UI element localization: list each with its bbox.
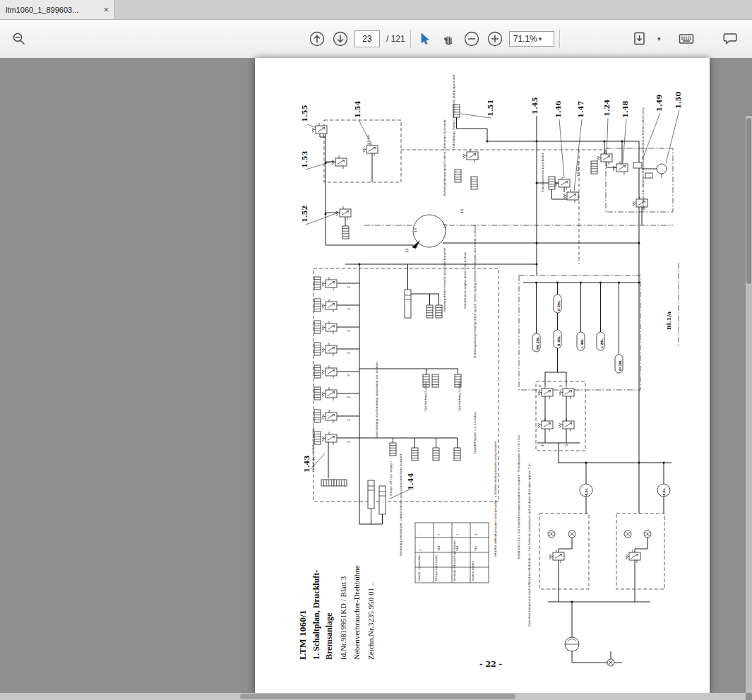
document-tab[interactable]: ltm1060_1_899603... × — [0, 0, 115, 19]
svg-text:Anschluss zum Anhänger-Steuerv: Anschluss zum Anhänger-Steuerventil conn… — [641, 107, 645, 210]
svg-text:2: 2 — [346, 308, 350, 310]
svg-text:Y63: Y63 — [455, 545, 459, 552]
callout-label: 1.49 — [655, 95, 663, 112]
svg-text:II 29L: II 29L — [557, 301, 561, 311]
svg-text:Motorbremse engine brake frein: Motorbremse engine brake frein moteur — [463, 251, 467, 309]
svg-text:13: 13 — [405, 249, 409, 253]
callout-label: 1.50 — [674, 92, 682, 109]
svg-text:Bremsanlage: Bremsanlage — [324, 612, 334, 660]
svg-text:Y62: Y62 — [474, 545, 477, 552]
vertical-scrollbar-thumb[interactable] — [746, 118, 751, 284]
callout-label: 1.48 — [621, 101, 629, 118]
tab-close-icon[interactable]: × — [103, 5, 109, 14]
next-page-button[interactable] — [331, 30, 350, 48]
svg-text:3: 3 — [474, 533, 477, 535]
svg-text:15: 15 — [443, 224, 447, 228]
svg-text:Neutral neutre: Neutral neutre — [471, 560, 475, 581]
bank-port-labels: 2 2 2 2 2 2 2 2 — [346, 286, 350, 443]
callout-label: 1.51 — [487, 100, 494, 117]
callout-label: 1.47 — [577, 101, 585, 118]
svg-text:4,5L: 4,5L — [585, 488, 588, 496]
page-number-input[interactable] — [354, 30, 380, 47]
zoom-level-dropdown[interactable]: 71.1% ▾ — [509, 31, 554, 47]
cursor-arrow-icon — [422, 33, 429, 45]
svg-text:2: 2 — [346, 286, 350, 288]
comment-bubble-icon — [724, 34, 736, 44]
previous-page-button[interactable] — [308, 30, 326, 48]
tab-bar: ltm1060_1_899603... × — [0, 0, 752, 20]
svg-text:L 29L: L 29L — [600, 338, 604, 348]
svg-text:X: X — [419, 549, 422, 551]
pdf-page[interactable]: Anschl. connection Strasse road route Ge… — [255, 58, 710, 693]
svg-text:2: 2 — [346, 352, 350, 354]
svg-text:NV 29L: NV 29L — [536, 337, 539, 350]
drawing-title: LTM 1060/1 — [297, 610, 308, 660]
svg-text:Zeichn.Nr.3235 950 01 ..: Zeichn.Nr.3235 950 01 .. — [366, 581, 375, 660]
plus-circle-icon — [488, 32, 501, 46]
document-tab-title: ltm1060_1_899603... — [6, 6, 99, 14]
callout-label: 1.55 — [301, 105, 309, 122]
svg-text:Zuschaltung 2-Achse: Zuschaltung 2-Achse — [424, 381, 427, 411]
comment-panel-button[interactable] — [721, 30, 739, 48]
svg-text:Hinterachse Entlüftg. 3,4-Achs: Hinterachse Entlüftg. 3,4-Achse — [311, 427, 315, 472]
svg-text:Id.Nr.9819951KD / Blatt 3: Id.Nr.9819951KD / Blatt 3 — [339, 576, 347, 660]
hand-tool-button[interactable] — [439, 30, 458, 48]
callout-label: 1.43 — [303, 456, 311, 473]
callout-label: 1.24 — [603, 100, 611, 117]
svg-text:Verteilergetriebe transfer gea: Verteilergetriebe transfer gear boite tr… — [443, 247, 446, 312]
keyboard-icon — [679, 35, 693, 43]
title-block: LTM 1060/1 1. Schaltplan, Druckluft- Bre… — [297, 565, 375, 660]
page-display-dropdown[interactable] — [633, 30, 651, 48]
svg-text:II 40L: II 40L — [557, 336, 561, 346]
horizontal-scrollbar-thumb[interactable] — [240, 694, 515, 699]
toolbar-separator — [559, 30, 560, 48]
zoom-in-button[interactable] — [486, 30, 504, 48]
svg-text:Pumpe DM (Zyl. abgepl.): Pumpe DM (Zyl. abgepl.) — [389, 461, 393, 496]
document-viewport[interactable]: Anschl. connection Strasse road route Ge… — [0, 58, 752, 700]
marquee-zoom-tool-button[interactable] — [10, 30, 28, 48]
svg-text:Restdruck 0,5-0,2 bar braking: Restdruck 0,5-0,2 bar braking pressure p… — [517, 434, 520, 559]
horizontal-scrollbar[interactable] — [0, 693, 746, 700]
hand-icon — [444, 37, 450, 45]
svg-text:4,5L: 4,5L — [662, 488, 666, 496]
svg-text:2: 2 — [437, 533, 441, 535]
arrow-up-circle-icon — [311, 32, 324, 46]
svg-text:III 29L: III 29L — [619, 360, 622, 371]
svg-text:Querdiff.Sperre 1,2,3,4-Achse: Querdiff.Sperre 1,2,3,4-Achse — [473, 411, 477, 453]
svg-text:1: 1 — [455, 533, 459, 535]
toolbar: / 121 — [0, 20, 752, 59]
touch-keyboard-button[interactable] — [677, 30, 696, 48]
flow-arrow-icon — [412, 240, 420, 249]
schematic-drawing: Anschl. connection Strasse road route Ge… — [255, 58, 710, 693]
sheet-page-number: - 22 - — [479, 660, 502, 669]
minus-circle-icon — [465, 32, 478, 46]
callout-label: 1.53 — [301, 151, 309, 168]
svg-text:5,5 bar: 5,5 bar — [366, 134, 370, 145]
svg-text:Motorregulierung Federspeicher: Motorregulierung Federspeicher speed con… — [473, 225, 477, 358]
svg-text:Rohrfederung (Gasfederung) sus: Rohrfederung (Gasfederung) suspension (e… — [375, 361, 378, 438]
svg-text:Anschl. connection: Anschl. connection — [417, 554, 421, 581]
svg-text:1. Schaltplan, Druckluft-: 1. Schaltplan, Druckluft- — [311, 570, 321, 660]
zoom-out-button[interactable] — [462, 30, 481, 48]
select-tool-button[interactable] — [416, 30, 434, 48]
arrow-down-circle-icon — [334, 32, 347, 46]
svg-text:–: – — [419, 534, 422, 535]
svg-text:14: 14 — [413, 228, 417, 232]
svg-text:– Entlüftet without pressure s: – Entlüftet without pressure sans pressi… — [494, 441, 497, 559]
svg-text:1: 1 — [540, 444, 544, 446]
svg-text:L 40L: L 40L — [580, 338, 584, 348]
zoom-level-value: 71.1% — [513, 34, 537, 44]
svg-text:Y64: Y64 — [437, 545, 441, 552]
svg-text:2: 2 — [346, 441, 350, 443]
gear-table: Anschl. connection Strasse road route Ge… — [415, 523, 489, 583]
callout-labels: 1.55 1.54 1.53 1.52 1.51 1.45 1.46 1.47 … — [301, 92, 682, 490]
svg-text:2: 2 — [346, 374, 350, 376]
svg-text:Zwischen Kompressor und Lufttr: Zwischen Kompressor und Lufttrockner Sta… — [527, 463, 531, 627]
chevron-down-icon[interactable]: ▾ — [657, 35, 661, 42]
svg-text:Schaltsperre im Umschalter: Schaltsperre im Umschalter — [541, 153, 544, 192]
chevron-down-icon: ▾ — [539, 35, 542, 42]
vertical-scrollbar[interactable] — [746, 116, 752, 693]
toolbar-separator — [410, 30, 411, 48]
svg-text:Strasse road route: Strasse road route — [434, 555, 438, 581]
callout-label: 1.46 — [554, 101, 562, 118]
